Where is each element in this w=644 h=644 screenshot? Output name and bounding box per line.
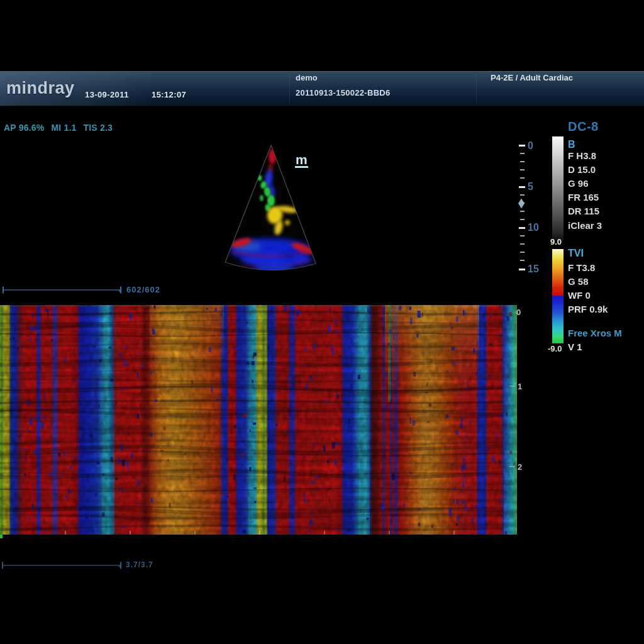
sector-flow-blobs-ellipse <box>260 195 264 201</box>
depth-tick <box>520 260 525 261</box>
cine-ruler <box>0 284 126 296</box>
depth-label: 15 <box>528 264 539 275</box>
sector-flow-blobs-ellipse <box>285 220 290 225</box>
version-label: V 1 <box>568 341 582 352</box>
mmode-sweep-tick <box>0 535 3 538</box>
tvi-param: G 58 <box>568 276 589 287</box>
depth-tick <box>520 219 525 220</box>
grayscale-bar <box>552 136 564 242</box>
bmode-label: B <box>568 139 575 150</box>
depth-tick <box>520 243 525 245</box>
bmode-param: F H3.8 <box>568 150 596 161</box>
tvi-scale-max: 9.0 <box>550 237 562 247</box>
depth-tick <box>520 161 525 162</box>
depth-tick <box>519 186 525 188</box>
depth-tick <box>520 252 525 253</box>
tvi-param: PRF 0.9k <box>568 304 608 314</box>
depth-tick <box>520 211 525 212</box>
header-divider <box>289 74 290 104</box>
mmode-depth-label: 1 <box>518 382 522 391</box>
mmode-strip-image-rect <box>259 531 260 535</box>
mmode-time-counter: 3.7/3.7 <box>126 560 153 569</box>
cine-frame-counter: 602/602 <box>126 285 160 294</box>
mmode-strip-image-rect <box>0 305 517 535</box>
bmode-param: iClear 3 <box>568 220 602 231</box>
depth-tick <box>520 235 525 236</box>
sector-flow-blobs-ellipse <box>280 253 298 259</box>
mmode-depth-tick <box>509 386 515 387</box>
depth-tick <box>520 153 525 154</box>
depth-tick <box>519 227 525 229</box>
ultrasound-screen: mindray 13-09-2011 15:12:07 demo 2011091… <box>0 0 644 644</box>
bmode-param: D 15.0 <box>568 164 596 175</box>
mmode-depth-tick <box>509 466 515 467</box>
header-bar: mindray 13-09-2011 15:12:07 demo 2011091… <box>0 71 644 106</box>
sector-flow-blobs-ellipse <box>269 149 276 164</box>
depth-label: 0 <box>528 140 533 152</box>
mi-value: MI 1.1 <box>51 123 76 133</box>
bmode-param: G 96 <box>568 178 589 189</box>
mmode-strip-image-rect <box>65 531 66 535</box>
bmode-param: DR 115 <box>568 206 599 216</box>
patient-name: demo <box>296 73 318 82</box>
depth-label: 10 <box>528 222 539 233</box>
depth-tick <box>519 269 525 270</box>
exam-id: 20110913-150022-BBD6 <box>296 88 391 97</box>
time-ruler <box>0 560 126 571</box>
mindray-logo: mindray <box>6 79 75 98</box>
tvi-param: F T3.8 <box>568 262 595 273</box>
focus-position-marker <box>518 198 525 209</box>
tvi-param: WF 0 <box>568 290 591 301</box>
tvi-label: TVI <box>568 248 584 259</box>
mmode-strip-image-rect <box>130 531 131 535</box>
header-divider <box>476 74 477 104</box>
system-model-label: DC-8 <box>568 119 599 134</box>
mmode-depth-label: 0 <box>516 308 521 317</box>
mmode-strip-image-rect <box>389 531 390 535</box>
bmode-param: FR 165 <box>568 192 599 203</box>
mmode-depth-label: 2 <box>518 462 522 472</box>
mmode-strip-image-rect <box>324 531 325 535</box>
tis-value: TIS 2.3 <box>84 123 113 133</box>
sector-image <box>214 142 330 277</box>
mmode-cursor-label: m <box>295 153 308 168</box>
depth-tick <box>520 169 525 170</box>
sector-flow-blobs-ellipse <box>253 264 294 272</box>
probe-preset: P4-2E / Adult Cardiac <box>491 73 573 82</box>
focus-position-marker-path <box>518 199 525 209</box>
mmode-strip-image-rect <box>453 531 455 535</box>
acoustic-power-line: AP 96.6%MI 1.1TIS 2.3 <box>4 123 119 133</box>
depth-tick <box>520 194 525 196</box>
depth-tick <box>520 177 525 179</box>
depth-tick <box>519 145 525 147</box>
mmode-strip-image <box>0 305 517 535</box>
ap-value: AP 96.6% <box>4 123 44 133</box>
tvi-colorbar <box>552 249 564 343</box>
exam-time: 15:12:07 <box>152 90 186 99</box>
exam-date: 13-09-2011 <box>85 90 129 99</box>
tvi-scale-min: -9.0 <box>548 344 562 353</box>
mmode-strip-image-rect <box>194 531 196 535</box>
free-xros-m-label: Free Xros M <box>568 328 622 338</box>
depth-label: 5 <box>528 181 533 192</box>
